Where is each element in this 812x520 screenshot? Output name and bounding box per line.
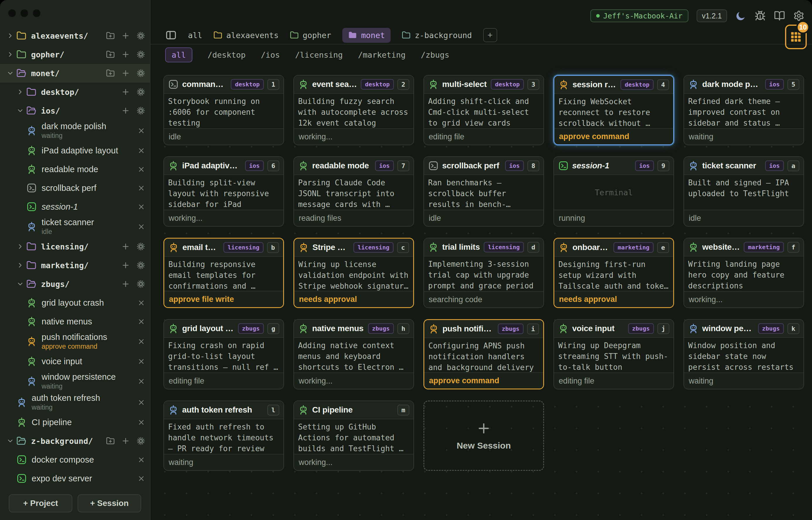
folder-plus-icon[interactable] [106, 437, 115, 445]
chevron-right-icon[interactable] [6, 51, 14, 58]
session-card-grid-layout-crash[interactable]: grid layout crashzbugsgFixing crash on r… [163, 319, 284, 389]
new-project-button[interactable]: + Project [9, 494, 72, 512]
sidebar-session-readable-mode[interactable]: readable mode [0, 160, 150, 179]
bug-icon[interactable] [755, 10, 766, 21]
close-icon[interactable] [137, 184, 145, 192]
filter-desktop[interactable]: /desktop [208, 50, 246, 59]
session-card-trial-limits[interactable]: trial limitslicensingdImplementing 3-ses… [423, 238, 544, 308]
chevron-right-icon[interactable] [17, 88, 24, 96]
tab-alexaevents[interactable]: alexaevents [213, 31, 279, 40]
spark-icon[interactable] [136, 50, 145, 59]
sidebar-session-push-notifications[interactable]: push notificationsapprove command [0, 331, 150, 352]
close-icon[interactable] [137, 127, 145, 135]
sidebar-session-ci-pipeline[interactable]: CI pipeline [0, 413, 150, 432]
session-card-dark-mode-polish[interactable]: dark mode polishios5Refined dark theme —… [683, 75, 804, 145]
plus-icon[interactable] [121, 106, 130, 115]
sidebar-folder-ios[interactable]: ios/ [0, 101, 150, 120]
chevron-right-icon[interactable] [17, 261, 24, 269]
session-card-ticket-scanner[interactable]: ticket scanneriosaBuilt and signed — IPA… [683, 156, 804, 227]
gear-icon[interactable] [793, 10, 804, 21]
sidebar-session-expo-dev-server[interactable]: expo dev server [0, 469, 150, 488]
sidebar-folder-gopher[interactable]: gopher/ [0, 45, 150, 64]
session-card-multi-select[interactable]: multi-selectdesktop3Adding shift-click a… [423, 75, 544, 145]
sidebar-session-auth-token-refresh[interactable]: auth token refreshwaiting [0, 392, 150, 413]
sidebar-folder-desktop[interactable]: desktop/ [0, 83, 150, 101]
tab-monet[interactable]: monet [342, 28, 391, 43]
chevron-right-icon[interactable] [6, 32, 14, 40]
traffic-light-zoom[interactable] [33, 9, 41, 17]
close-icon[interactable] [137, 147, 145, 155]
sidebar-folder-zbugs[interactable]: zbugs/ [0, 275, 150, 293]
sidebar-session-dark-mode-polish[interactable]: dark mode polishwaiting [0, 120, 150, 141]
sidebar-folder-licensing[interactable]: licensing/ [0, 237, 150, 256]
book-icon[interactable] [774, 10, 785, 21]
plus-icon[interactable] [121, 437, 130, 445]
spark-icon[interactable] [136, 87, 145, 96]
spark-icon[interactable] [136, 242, 145, 251]
session-card-website-copy[interactable]: website copymarketingfWriting landing pa… [683, 238, 804, 308]
session-card-push-notificati[interactable]: push notificati...zbugsiConfiguring APNS… [423, 319, 544, 389]
spark-icon[interactable] [136, 106, 145, 115]
folder-plus-icon[interactable] [106, 69, 115, 78]
sidebar-session-session-1[interactable]: session-1 [0, 197, 150, 216]
spark-icon[interactable] [136, 437, 145, 445]
close-icon[interactable] [137, 318, 145, 326]
add-tab-button[interactable]: + [483, 28, 497, 42]
host-badge[interactable]: Jeff's-Macbook-Air [590, 9, 688, 22]
session-card-session-1[interactable]: session-1ios9Terminalrunning [553, 156, 674, 227]
new-session-button[interactable]: + Session [78, 494, 141, 512]
chevron-down-icon[interactable] [6, 70, 14, 77]
filter-ios[interactable]: /ios [261, 50, 280, 59]
filter-licensing[interactable]: /licensing [295, 50, 343, 59]
close-icon[interactable] [137, 203, 145, 211]
close-icon[interactable] [137, 358, 145, 365]
plus-icon[interactable] [121, 87, 130, 96]
folder-plus-icon[interactable] [106, 31, 115, 40]
session-card-auth-token-refresh[interactable]: auth token refreshlFixed auth refresh to… [163, 400, 284, 471]
close-icon[interactable] [137, 165, 145, 173]
sidebar-session-ticket-scanner[interactable]: ticket scanneridle [0, 216, 150, 237]
close-icon[interactable] [137, 299, 145, 307]
tab-all[interactable]: all [188, 31, 202, 40]
filter-marketing[interactable]: /marketing [358, 50, 405, 59]
sidebar-session-voice-input[interactable]: voice input [0, 352, 150, 371]
chevron-down-icon[interactable] [6, 437, 14, 445]
plus-icon[interactable] [121, 50, 130, 59]
chevron-down-icon[interactable] [17, 107, 24, 114]
spark-icon[interactable] [136, 69, 145, 78]
session-card-ci-pipeline[interactable]: CI pipelinemSetting up GitHub Actions fo… [293, 400, 414, 471]
traffic-light-minimize[interactable] [21, 9, 28, 17]
filter-zbugs[interactable]: /zbugs [421, 50, 449, 59]
chevron-down-icon[interactable] [17, 280, 24, 288]
plus-icon[interactable] [121, 69, 130, 78]
notifications-grid-button[interactable]: 10 [785, 25, 807, 49]
plus-icon[interactable] [121, 280, 130, 288]
session-card-event-search[interactable]: event searchdesktop2Building fuzzy searc… [293, 75, 414, 145]
spark-icon[interactable] [136, 261, 145, 270]
session-card-stripe-web[interactable]: Stripe web...licensingcWiring up license… [293, 238, 414, 308]
moon-icon[interactable] [735, 10, 746, 21]
session-card-command-pal[interactable]: command pal...desktop1Storybook running … [163, 75, 284, 145]
tab-z-background[interactable]: z-background [402, 31, 472, 40]
new-session-tile[interactable]: New Session [423, 400, 544, 471]
folder-plus-icon[interactable] [106, 50, 115, 59]
session-card-email-templ[interactable]: email templ...licensingbBuilding respons… [163, 238, 284, 308]
close-icon[interactable] [137, 223, 145, 231]
chevron-right-icon[interactable] [17, 243, 24, 250]
sidebar-folder-monet[interactable]: monet/ [0, 64, 150, 83]
plus-icon[interactable] [121, 242, 130, 251]
session-card-onboarding[interactable]: onboarding...marketingeDesigning first-r… [553, 238, 674, 308]
session-card-ipad-adaptive-lay[interactable]: iPad adaptive lay...ios6Building split-v… [163, 156, 284, 227]
close-icon[interactable] [137, 456, 145, 464]
sidebar-session-window-persistence[interactable]: window persistencewaiting [0, 371, 150, 392]
traffic-light-close[interactable] [8, 9, 16, 17]
sidebar-session-native-menus[interactable]: native menus [0, 312, 150, 331]
panel-icon[interactable] [165, 29, 177, 41]
tab-gopher[interactable]: gopher [290, 31, 332, 40]
session-card-voice-input[interactable]: voice inputzbugsjWiring up Deepgram stre… [553, 319, 674, 389]
sidebar-session-scrollback-perf[interactable]: scrollback perf [0, 179, 150, 197]
plus-icon[interactable] [121, 261, 130, 270]
filter-all[interactable]: all [165, 47, 192, 62]
sidebar-session-docker-compose[interactable]: docker compose [0, 450, 150, 469]
close-icon[interactable] [137, 338, 145, 345]
